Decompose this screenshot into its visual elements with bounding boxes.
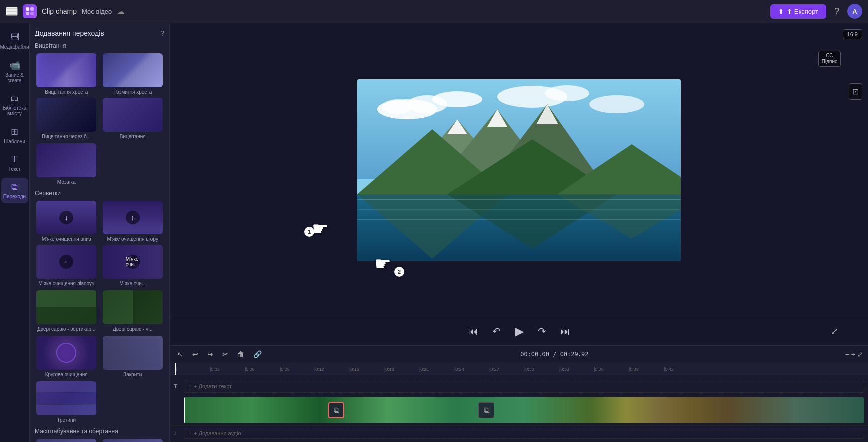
sidebar-item-text[interactable]: T Текст [1,150,28,176]
sidebar-item-transitions[interactable]: ⧉ Переходи [1,178,28,203]
pointer-tool-button[interactable]: ↖ [175,349,186,360]
transition-fade-black[interactable]: Вицвітання через б... [35,98,98,139]
record-icon: 📹 [9,60,20,71]
transition-marker-2[interactable]: ⧉ [478,402,494,418]
transitions-icon: ⧉ [11,182,18,192]
ruler-mark-33: |0:33 [559,367,569,372]
transition-soft-wipe-down[interactable]: ↓ М'яке очищення вниз [35,201,98,242]
sidebar-item-media[interactable]: 🎞 Медіафайли [1,28,28,54]
panel-title: Додавання переходів [35,29,104,37]
transition-barn-hor[interactable]: Двері сараю - ч... [101,290,165,332]
transition-cross-blur-label: Розмиття хреста [113,89,152,95]
ruler-mark-27: |0:27 [489,367,499,372]
timeline-ruler: 0 |0:03 |0:06 |0:09 |0:12 |0:15 |0:18 |0… [170,363,868,375]
cut-button[interactable]: ✂ [220,349,231,360]
barn-hor-label: Двері сараю - ч... [113,326,153,332]
panel-header: Додавання переходів ? [35,29,164,37]
text-track-add-label: + Додати текст [194,383,232,389]
help-button[interactable]: ? [832,4,841,19]
content-icon: 🗂 [10,93,19,104]
rewind-5s-button[interactable]: ↶ [490,323,503,339]
soft-wipe-down-label: М'яке очищення вниз [42,236,91,242]
barn-vert-label: Двері сараю - вертикар... [37,326,96,332]
undo-button[interactable]: ↩ [190,349,201,360]
sidebar-item-templates-label: Шаблони [4,139,25,144]
my-video-label[interactable]: Моє відео [82,8,112,15]
zoom-out-button[interactable]: − [845,350,849,358]
zoom-controls: − + ⤢ [845,350,863,358]
svg-rect-0 [26,7,29,11]
video-track-row: ⧉ ⧉ [170,395,868,425]
aspect-ratio-badge: 16:9 [843,29,862,39]
skip-back-button[interactable]: ⏮ [466,324,480,339]
transition-close[interactable]: Закрити [101,336,165,377]
sidebar-item-record-label: Запис & create [3,72,26,83]
play-button[interactable]: ▶ [513,322,526,340]
timeline-tracks: T + + Додати текст [170,375,868,442]
ruler-mark-21: |0:21 [419,367,429,372]
audio-track-plus: + [188,430,192,437]
soft-wipe-right-label: М'яке очи... [119,281,146,286]
transition-scale1[interactable]: ↺ [35,439,98,442]
export-button[interactable]: ⬆ ⬆ Експорт [770,4,826,19]
thirds-label: Третини [57,417,76,423]
transition-circular[interactable]: Кругове очищення [35,336,98,377]
cc-button[interactable]: CCПідпис [818,51,841,67]
audio-track-content[interactable]: + + Додавання аудіо [184,428,864,439]
svg-point-9 [432,91,482,107]
timeline-toolbar: ↖ ↩ ↪ ✂ 🗑 🔗 00:00.00 / 00:29.92 − + ⤢ [170,346,868,363]
zoom-in-button[interactable]: + [851,350,855,358]
svg-rect-3 [30,12,34,15]
skip-forward-button[interactable]: ⏭ [558,324,572,339]
app-logo [23,4,37,18]
panel-help-icon[interactable]: ? [160,29,164,37]
cursor-number-2: 2 [394,267,404,277]
sidebar-item-templates[interactable]: ⊞ Шаблони [1,122,28,148]
transition-cross-fade[interactable]: Вицвітання хреста [35,53,98,95]
transition-scale2[interactable]: ⤢ [101,439,165,442]
thirds-grid: Третини [35,381,164,423]
preview-area: 16:9 CCПідпис ⊡ [170,23,868,317]
sidebar-item-record[interactable]: 📹 Запис & create [1,56,28,87]
svg-point-12 [589,95,644,113]
sidebar-item-text-label: Текст [8,166,21,172]
zoom-fit-button[interactable]: ⤢ [857,350,863,358]
svg-rect-28 [357,209,681,210]
ruler-mark-30: |0:30 [524,367,534,372]
preview-svg [357,79,681,261]
transition-thirds[interactable]: Третини [35,381,98,423]
transition-soft-wipe-right[interactable]: М'яке очи... М'яке очи... [101,245,165,286]
svg-point-8 [382,99,412,114]
video-track-content[interactable]: ⧉ ⧉ [184,397,864,423]
sidebar-item-content-label: Бібліотека вмісту [3,105,27,116]
svg-rect-2 [26,12,29,15]
transition-cross-blur[interactable]: Розмиття хреста [101,53,165,95]
transform-panel-icon[interactable]: ⊡ [849,83,862,100]
forward-5s-button[interactable]: ↷ [536,323,548,339]
transition-barn-vert[interactable]: Двері сараю - вертикар... [35,290,98,332]
transition-marker-1[interactable]: ⧉ [328,402,344,418]
ruler-mark-18: |0:18 [384,367,394,372]
transition-cross-fade-label: Вицвітання хреста [45,89,88,95]
header-left: Clip champ Моє відео ☁ [6,4,125,18]
barn-grid: Двері сараю - вертикар... Двері сараю - … [35,290,164,332]
avatar[interactable]: А [847,4,862,19]
ruler-mark-9: |0:09 [280,367,289,372]
fullscreen-button[interactable]: ⤢ [831,326,838,337]
section-scale-title: Масштабування та обертання [35,428,164,435]
sidebar: 🎞 Медіафайли 📹 Запис & create 🗂 Бібліоте… [0,23,30,442]
transition-mosaic[interactable]: Мозаїка [35,143,98,185]
lock-button[interactable]: 🔗 [251,349,264,360]
transition-fade[interactable]: Вицвітання [101,98,165,139]
redo-button[interactable]: ↪ [205,349,216,360]
playback-controls: ⏮ ↶ ▶ ↷ ⏭ ⤢ [170,317,868,345]
transition-soft-wipe-left[interactable]: ← М'яке очищення ліворуч [35,245,98,286]
sidebar-item-content[interactable]: 🗂 Бібліотека вмісту [1,89,28,120]
delete-button[interactable]: 🗑 [235,349,247,360]
video-preview [357,79,681,261]
transition-soft-wipe-up[interactable]: ↑ М'яке очищення вгору [101,201,165,242]
export-label: ⬆ Експорт [787,8,818,15]
hamburger-menu[interactable] [6,7,18,16]
text-track-content[interactable]: + + Додати текст [184,380,864,393]
scale-grid: ↺ ⤢ [35,439,164,442]
